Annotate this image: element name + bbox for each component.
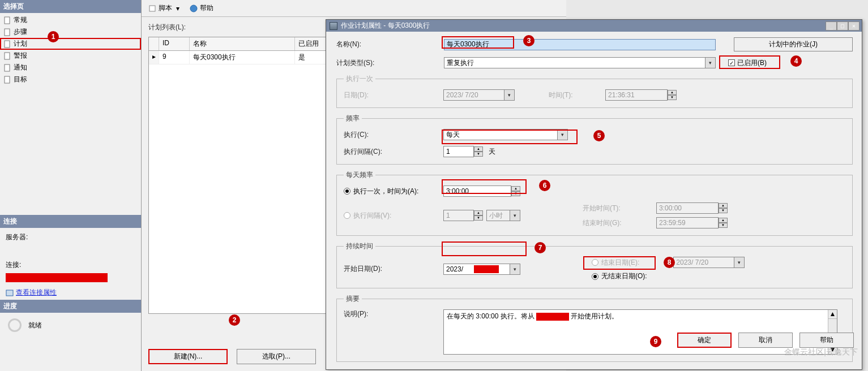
progress-section: 进度 就绪	[0, 300, 141, 338]
help-label: 帮助	[200, 3, 213, 13]
start-date-picker[interactable]: 2023/	[443, 264, 520, 275]
page-icon	[3, 76, 11, 84]
nav-item-target[interactable]: 目标	[0, 74, 141, 85]
start-time-input	[656, 202, 719, 214]
description-label: 说明(P):	[344, 309, 443, 319]
left-panel: 选择页 常规 步骤 计划 警报 通知 目标 连接 服务器: 连接: 查看连接属性…	[0, 0, 142, 371]
type-label: 计划类型(S):	[336, 58, 444, 68]
nav-item-notify[interactable]: 通知	[0, 62, 141, 74]
desc-redacted	[536, 313, 569, 321]
desc-part1: 在每天的 3:00:00 执行。将从	[447, 312, 535, 320]
help-menu[interactable]: 帮助	[190, 3, 213, 13]
daily-once-radio[interactable]: 执行一次，时间为(A):	[344, 187, 443, 196]
script-label: 脚本	[159, 3, 172, 13]
interval-input[interactable]	[443, 146, 474, 157]
frequency-legend: 频率	[344, 114, 362, 123]
nav-label: 警报	[14, 51, 27, 61]
interval-label: 执行间隔(C):	[344, 147, 443, 157]
start-time-label: 开始时间(T):	[583, 204, 656, 213]
daily-freq-legend: 每天频率	[344, 170, 375, 180]
dialog-icon	[330, 22, 337, 30]
svg-rect-1	[5, 29, 10, 36]
nav-item-general[interactable]: 常规	[0, 14, 141, 26]
enabled-checkbox[interactable]: ✓已启用(B)	[728, 58, 767, 68]
new-button[interactable]: 新建(N)...	[148, 349, 228, 364]
description-textarea[interactable]: 在每天的 3:00:00 执行。将从 开始使用计划。 ▲▼	[443, 309, 837, 355]
nav-item-steps[interactable]: 步骤	[0, 26, 141, 38]
chevron-down-icon	[510, 210, 520, 221]
no-end-date-label: 无结束日期(O):	[601, 271, 647, 281]
properties-icon	[6, 289, 14, 297]
daily-interval-radio[interactable]: 执行间隔(V):	[344, 211, 443, 221]
row-handle[interactable]: ▸	[149, 51, 159, 64]
chevron-down-icon	[504, 90, 514, 100]
view-connection-label: 查看连接属性	[16, 288, 57, 297]
connection-label: 连接:	[6, 260, 135, 270]
badge-1: 1	[48, 31, 59, 42]
nav-label: 目标	[14, 75, 27, 84]
select-page-header: 选择页	[0, 0, 141, 13]
interval-unit: 天	[489, 147, 495, 157]
type-combo[interactable]: 重复执行	[444, 57, 716, 68]
radio-icon	[344, 212, 350, 219]
badge-5: 5	[593, 130, 605, 141]
nav-item-alerts[interactable]: 警报	[0, 50, 141, 62]
svg-rect-3	[5, 53, 10, 59]
name-input[interactable]	[444, 39, 716, 50]
nav-label: 通知	[14, 63, 27, 72]
svg-rect-2	[5, 41, 10, 48]
col-enabled[interactable]: 已启用	[295, 37, 329, 50]
daily-interval-input	[443, 210, 474, 221]
once-time-input	[605, 89, 668, 101]
nav-label: 计划	[14, 39, 27, 49]
col-id[interactable]: ID	[159, 37, 190, 50]
cancel-button[interactable]: 取消	[738, 333, 793, 348]
svg-rect-4	[5, 64, 10, 71]
jobs-in-schedule-button[interactable]: 计划中的作业(J)	[734, 37, 853, 51]
duration-legend: 持续时间	[344, 241, 375, 251]
daily-once-label: 执行一次，时间为(A):	[353, 187, 418, 196]
close-button[interactable]: ✕	[848, 21, 860, 31]
radio-icon	[592, 273, 598, 280]
ok-button[interactable]: 确定	[677, 333, 732, 348]
col-name[interactable]: 名称	[190, 37, 295, 50]
summary-group: 摘要 说明(P): 在每天的 3:00:00 执行。将从 开始使用计划。 ▲▼	[336, 294, 853, 362]
no-end-date-radio[interactable]: 无结束日期(O):	[592, 271, 647, 281]
svg-rect-0	[5, 17, 10, 24]
script-menu[interactable]: 脚本▾	[148, 3, 179, 13]
badge-6: 6	[539, 180, 550, 191]
duration-group: 持续时间 开始日期(D): 2023/ 结束日期(E):2023/ 7/20 无…	[336, 241, 853, 288]
run-once-group: 执行一次 日期(D): 2023/ 7/20 时间(T): ▲▼	[336, 74, 853, 108]
help-icon	[190, 5, 198, 12]
exec-combo[interactable]: 每天	[443, 129, 568, 140]
radio-icon	[592, 259, 598, 266]
minimize-button[interactable]: _	[826, 21, 837, 31]
connection-redacted	[6, 273, 108, 282]
help-button[interactable]: 帮助	[799, 333, 854, 348]
dialog-title: 作业计划属性 - 每天0300执行	[341, 21, 430, 31]
page-icon	[3, 16, 11, 24]
checkbox-icon: ✓	[728, 59, 735, 66]
nav-label: 步骤	[14, 27, 27, 37]
toolbar: 脚本▾ 帮助	[142, 0, 566, 17]
titlebar[interactable]: 作业计划属性 - 每天0300执行 _ □ ✕	[326, 20, 862, 32]
end-date-label: 结束日期(E):	[601, 258, 639, 268]
view-connection-link[interactable]: 查看连接属性	[6, 288, 57, 297]
pick-button[interactable]: 选取(P)...	[237, 349, 316, 364]
once-time-label: 时间(T):	[549, 90, 605, 100]
end-date-radio[interactable]: 结束日期(E):	[592, 258, 639, 268]
badge-2: 2	[229, 314, 240, 326]
maximize-button[interactable]: □	[837, 21, 848, 31]
once-date-label: 日期(D):	[344, 90, 443, 100]
type-value: 重复执行	[447, 58, 474, 68]
enabled-label: 已启用(B)	[737, 58, 767, 68]
daily-once-time-input[interactable]	[443, 186, 511, 197]
nav-item-schedule[interactable]: 计划	[0, 38, 141, 50]
progress-status: 就绪	[28, 321, 42, 330]
chevron-down-icon	[734, 257, 744, 268]
summary-legend: 摘要	[344, 294, 362, 304]
cell-name: 每天0300执行	[190, 51, 295, 64]
page-icon	[3, 28, 11, 36]
page-icon	[3, 64, 11, 72]
badge-8: 8	[664, 257, 675, 268]
